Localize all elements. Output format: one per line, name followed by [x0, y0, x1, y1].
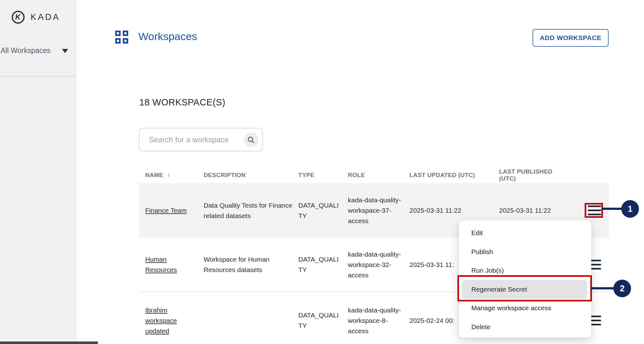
annotation-connector-2 — [591, 287, 615, 289]
sidebar: K KADA All Workspaces — [0, 0, 76, 344]
annotation-box-regenerate-secret — [457, 275, 592, 301]
column-header-actions — [568, 167, 609, 183]
search-icon — [247, 136, 255, 144]
annotation-callout-2: 2 — [613, 280, 631, 297]
workspace-link[interactable]: Finance Team — [145, 207, 187, 214]
last-published-cell: 2025-03-31 11:22 — [499, 205, 568, 216]
kada-logo-icon: K — [12, 11, 25, 24]
workspace-link[interactable]: Human Resources — [145, 256, 177, 273]
workspace-link[interactable]: Ibrahim workspace updated — [145, 306, 177, 335]
column-header-description: DESCRIPTION — [204, 167, 298, 183]
workspace-filter-dropdown[interactable]: All Workspaces — [1, 46, 51, 55]
role-cell: kada-data-quality-workspace-37-access — [348, 195, 409, 226]
column-header-type: TYPE — [298, 167, 348, 183]
type-cell: DATA_QUALITY — [298, 200, 348, 221]
search-button[interactable] — [244, 133, 258, 147]
description-cell: Workspace for Human Resources datasets — [204, 254, 298, 275]
workspace-name-cell: Human Resources — [139, 254, 204, 275]
annotation-connector-1 — [601, 208, 622, 210]
annotation-box-actions-icon — [585, 203, 603, 218]
annotation-callout-1: 1 — [621, 200, 639, 218]
workspace-name-cell: Ibrahim workspace updated — [139, 305, 204, 336]
column-header-name[interactable]: NAME ↑ — [139, 167, 204, 183]
window-bottom-edge — [0, 341, 98, 344]
chevron-down-icon[interactable] — [62, 49, 68, 53]
menu-item-manage-workspace-access[interactable]: Manage workspace access — [459, 299, 591, 318]
column-header-last-updated: LAST UPDATED (UTC) — [409, 167, 499, 183]
menu-item-delete[interactable]: Delete — [459, 317, 591, 336]
sort-ascending-icon[interactable]: ↑ — [167, 172, 170, 179]
table-header-row: NAME ↑ DESCRIPTION TYPE ROLE LAST UPDATE… — [139, 167, 609, 183]
menu-item-publish[interactable]: Publish — [459, 242, 591, 261]
kada-logo-letter: K — [15, 13, 21, 21]
type-cell: DATA_QUALITY — [298, 254, 348, 275]
description-cell: Data Quality Tests for Finance related d… — [204, 200, 298, 221]
last-updated-cell: 2025-03-31 11:22 — [409, 205, 499, 216]
role-cell: kada-data-quality-workspace-8-access — [348, 305, 409, 336]
column-header-role: ROLE — [348, 167, 409, 183]
menu-item-edit[interactable]: Edit — [459, 224, 591, 243]
add-workspace-button[interactable]: ADD WORKSPACE — [533, 29, 609, 47]
workspaces-page: K KADA All Workspaces Workspaces ADD WOR… — [0, 0, 644, 344]
search-input[interactable] — [149, 128, 241, 151]
role-cell: kada-data-quality-workspace-32-access — [348, 249, 409, 280]
brand-name: KADA — [31, 12, 60, 22]
sidebar-divider — [0, 76, 76, 77]
workspace-count: 18 WORKSPACE(S) — [139, 97, 225, 108]
workspace-search — [139, 128, 263, 151]
workspaces-grid-icon — [115, 31, 128, 44]
page-title: Workspaces — [138, 30, 197, 43]
column-header-last-published: LAST PUBLISHED (UTC) — [499, 167, 568, 183]
workspace-name-cell: Finance Team — [139, 205, 204, 216]
type-cell: DATA_QUALITY — [298, 310, 348, 331]
app-logo: K KADA — [12, 11, 60, 24]
